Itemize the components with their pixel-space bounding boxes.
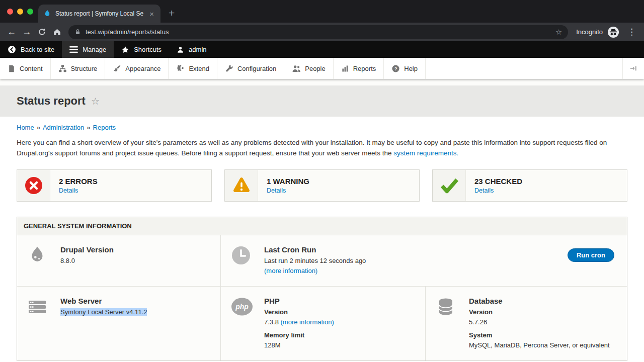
drupal-version-value: 8.8.0 [60,256,114,266]
errors-card: 2 ERRORS Details [17,169,212,202]
close-tab-icon[interactable]: × [148,9,155,19]
breadcrumb-home-link[interactable]: Home [17,124,34,131]
menu-item-label: Configuration [237,65,276,72]
general-system-information-panel: GENERAL SYSTEM INFORMATION Drupal Versio… [17,217,627,361]
browser-tab-strip: Status report | Symfony Local Se × + [0,0,644,23]
warnings-details-link[interactable]: Details [267,187,309,194]
shortcuts-label: Shortcuts [134,46,162,53]
last-cron-run-value: Last run 2 minutes 12 seconds ago [264,256,366,266]
browser-menu-icon[interactable]: ⋮ [623,27,640,37]
reload-icon[interactable] [34,25,49,40]
menu-item-structure[interactable]: Structure [51,58,106,79]
forward-icon[interactable]: → [19,25,34,40]
checked-count: 23 CHECKED [474,177,522,186]
reports-icon [341,64,349,73]
browser-tab[interactable]: Status report | Symfony Local Se × [38,5,160,23]
admin-user-button[interactable]: admin [169,41,214,58]
breadcrumb-separator: » [87,124,90,131]
database-system-label: System [469,330,610,340]
php-cell: php PHP Version 7.3.8 (more information)… [221,287,426,360]
database-cell: Database Version 5.7.26 System MySQL, Ma… [426,287,627,360]
shortcut-toggle-star-icon[interactable]: ☆ [91,96,100,107]
drupal-version-title: Drupal Version [60,245,114,254]
php-icon: php [231,297,253,350]
incognito-icon [607,26,619,38]
menu-item-people[interactable]: People [284,58,333,79]
incognito-indicator: Incognito [576,26,619,38]
panel-title: GENERAL SYSTEM INFORMATION [17,217,627,235]
breadcrumb-administration-link[interactable]: Administration [43,124,84,131]
php-more-information-link[interactable]: (more information) [281,318,334,326]
checked-details-link[interactable]: Details [474,187,522,194]
user-icon [177,46,184,54]
menu-item-label: Extend [189,65,209,72]
menu-item-appearance[interactable]: Appearance [105,58,169,79]
back-to-site-button[interactable]: Back to site [0,41,62,58]
breadcrumb-separator: » [37,124,40,131]
admin-user-label: admin [189,46,206,53]
database-icon [436,297,458,350]
back-to-site-icon [8,45,16,54]
svg-text:?: ? [394,66,397,71]
menu-item-content[interactable]: Content [0,58,51,79]
drupal-logo-icon [27,245,49,276]
breadcrumb: Home»Administration»Reports [17,124,627,131]
php-memory-limit-label: Memory limit [264,330,334,340]
address-bar[interactable]: test.wip/admin/reports/status ☆ [68,25,568,39]
drupal-admin-toolbar: Back to site Manage Shortcuts admin [0,41,644,58]
menu-item-label: Reports [353,65,376,72]
tray-orientation-toggle[interactable] [622,58,644,79]
new-tab-button[interactable]: + [169,7,175,19]
web-server-value-selected-text: Symfony Local Server v4.11.2 [60,308,147,316]
hamburger-icon [69,46,78,53]
system-requirements-link[interactable]: system requirements. [393,149,458,157]
configuration-icon [225,64,233,73]
admin-menu-tray: Content Structure Appearance Extend Conf… [0,58,644,79]
minimize-window-button[interactable] [17,9,23,15]
php-title: PHP [264,297,334,305]
menu-item-label: Help [404,65,418,72]
close-window-button[interactable] [7,9,13,15]
manage-button[interactable]: Manage [62,41,114,58]
menu-item-label: People [305,65,325,72]
menu-item-extend[interactable]: Extend [169,58,217,79]
shortcuts-star-icon [121,46,129,54]
tab-title: Status report | Symfony Local Se [55,10,144,17]
menu-item-help[interactable]: ? Help [384,58,426,79]
menu-item-configuration[interactable]: Configuration [217,58,284,79]
bookmark-star-icon[interactable]: ☆ [555,28,562,37]
database-version-value: 5.7.26 [469,317,610,327]
database-title: Database [469,297,610,305]
web-server-title: Web Server [60,297,147,305]
last-cron-run-cell: Last Cron Run Last run 2 minutes 12 seco… [221,235,627,286]
status-summary-cards: 2 ERRORS Details 1 WARNING Details 23 [17,169,627,202]
intro-paragraph: Here you can find a short overview of yo… [17,137,627,158]
window-controls [7,9,33,15]
menu-item-reports[interactable]: Reports [334,58,384,79]
menu-item-label: Structure [71,65,98,72]
zoom-window-button[interactable] [27,9,33,15]
help-icon: ? [391,64,400,73]
home-icon[interactable] [49,25,64,40]
intro-text: Here you can find a short overview of yo… [17,139,607,157]
extend-icon [176,64,185,73]
back-icon[interactable]: ← [4,25,19,40]
run-cron-button[interactable]: Run cron [568,248,614,262]
cron-more-information-link[interactable]: (more information) [264,267,317,275]
database-system-value: MySQL, MariaDB, Percona Server, or equiv… [469,340,610,350]
page-header: Status report ☆ [0,85,644,117]
php-version-label: Version [264,307,334,317]
errors-details-link[interactable]: Details [59,187,98,194]
svg-text:php: php [235,303,249,311]
checked-card: 23 CHECKED Details [432,169,627,202]
breadcrumb-reports-link[interactable]: Reports [93,124,116,131]
errors-count: 2 ERRORS [59,177,98,186]
manage-label: Manage [83,46,106,53]
server-icon [27,297,49,350]
error-icon [17,170,50,201]
panel-row-2: Web Server Symfony Local Server v4.11.2 … [17,286,627,360]
structure-icon [58,64,67,73]
incognito-label: Incognito [576,28,603,36]
drupal-favicon-icon [43,10,51,18]
shortcuts-button[interactable]: Shortcuts [114,41,169,58]
